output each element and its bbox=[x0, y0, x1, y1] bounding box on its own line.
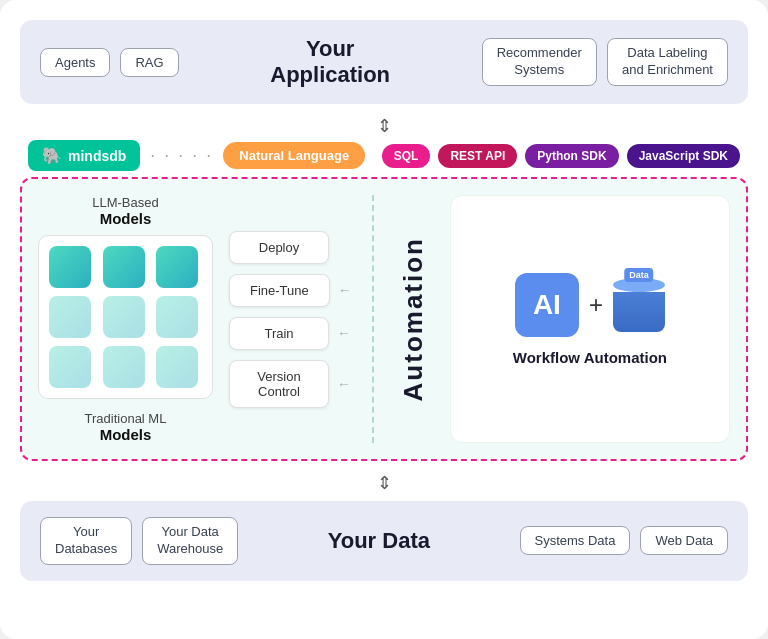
main-container: Agents RAG YourApplication RecommenderSy… bbox=[0, 0, 768, 639]
elephant-icon: 🐘 bbox=[42, 146, 62, 165]
databases-tag: YourDatabases bbox=[40, 517, 132, 565]
recommender-tag: RecommenderSystems bbox=[482, 38, 597, 86]
llm-label: LLM-BasedModels bbox=[38, 195, 213, 227]
traditional-label: Traditional MLModels bbox=[38, 411, 213, 443]
top-right-tags: RecommenderSystems Data Labelingand Enri… bbox=[482, 38, 728, 86]
version-button[interactable]: VersionControl bbox=[229, 360, 329, 408]
top-left-tags: Agents RAG bbox=[40, 48, 179, 77]
train-row: Train ← bbox=[229, 317, 352, 350]
cylinder-top-area: Data bbox=[613, 278, 665, 292]
data-badge: Data bbox=[624, 268, 654, 282]
version-row: VersionControl ← bbox=[229, 360, 352, 408]
cylinder-body bbox=[613, 292, 665, 332]
sql-tag: SQL bbox=[382, 144, 431, 168]
web-data-tag: Web Data bbox=[640, 526, 728, 555]
rest-api-tag: REST API bbox=[438, 144, 517, 168]
mindsdb-row: 🐘 mindsdb · · · · · Natural Language SQL… bbox=[20, 140, 748, 171]
automation-text: Automation bbox=[398, 237, 429, 401]
model-cell-9 bbox=[156, 346, 198, 388]
top-arrow: ⇕ bbox=[20, 112, 748, 140]
bottom-right-tags: Systems Data Web Data bbox=[520, 526, 729, 555]
systems-data-tag: Systems Data bbox=[520, 526, 631, 555]
version-arrow: ← bbox=[337, 376, 351, 392]
model-cell-4 bbox=[49, 296, 91, 338]
data-cylinder-wrapper: Data bbox=[613, 278, 665, 332]
rag-tag: RAG bbox=[120, 48, 178, 77]
finetune-arrow: ← bbox=[338, 282, 352, 298]
model-cell-8 bbox=[103, 346, 145, 388]
model-cell-7 bbox=[49, 346, 91, 388]
bottom-left-tags: YourDatabases Your DataWarehouse bbox=[40, 517, 238, 565]
finetune-button[interactable]: Fine-Tune bbox=[229, 274, 330, 307]
dots-separator: · · · · · bbox=[150, 145, 213, 166]
model-cell-1 bbox=[49, 246, 91, 288]
model-grid bbox=[38, 235, 213, 399]
finetune-row: Fine-Tune ← bbox=[229, 274, 352, 307]
workflow-title: Workflow Automation bbox=[513, 349, 667, 366]
middle-panel: Deploy Fine-Tune ← Train ← VersionContro… bbox=[229, 195, 352, 443]
automation-section: Automation bbox=[394, 195, 434, 443]
data-cylinder: Data bbox=[613, 278, 665, 332]
train-arrow: ← bbox=[337, 325, 351, 341]
plus-icon: + bbox=[589, 291, 603, 319]
bottom-section: YourDatabases Your DataWarehouse Your Da… bbox=[20, 501, 748, 581]
your-data-title: Your Data bbox=[328, 528, 430, 554]
mindsdb-logo: 🐘 mindsdb bbox=[28, 140, 140, 171]
deploy-button[interactable]: Deploy bbox=[229, 231, 329, 264]
data-labeling-tag: Data Labelingand Enrichment bbox=[607, 38, 728, 86]
js-sdk-tag: JavaScript SDK bbox=[627, 144, 740, 168]
bottom-arrow: ⇕ bbox=[20, 469, 748, 497]
model-cell-2 bbox=[103, 246, 145, 288]
left-panel: LLM-BasedModels Traditional MLModels bbox=[38, 195, 213, 443]
model-cell-6 bbox=[156, 296, 198, 338]
model-cell-3 bbox=[156, 246, 198, 288]
workflow-panel: AI + Data Workflow Automation bbox=[450, 195, 730, 443]
workflow-icons: AI + Data bbox=[515, 273, 665, 337]
ai-icon: AI bbox=[515, 273, 579, 337]
natural-language-tag: Natural Language bbox=[223, 142, 365, 169]
top-section: Agents RAG YourApplication RecommenderSy… bbox=[20, 20, 748, 104]
app-title: YourApplication bbox=[270, 36, 390, 88]
agents-tag: Agents bbox=[40, 48, 110, 77]
deploy-row: Deploy bbox=[229, 231, 352, 264]
data-warehouse-tag: Your DataWarehouse bbox=[142, 517, 238, 565]
python-sdk-tag: Python SDK bbox=[525, 144, 618, 168]
vertical-divider bbox=[372, 195, 374, 443]
model-cell-5 bbox=[103, 296, 145, 338]
mindsdb-text: mindsdb bbox=[68, 148, 126, 164]
main-content-area: LLM-BasedModels Traditional MLModels Dep… bbox=[20, 177, 748, 461]
train-button[interactable]: Train bbox=[229, 317, 329, 350]
sdk-tags: SQL REST API Python SDK JavaScript SDK bbox=[382, 144, 740, 168]
